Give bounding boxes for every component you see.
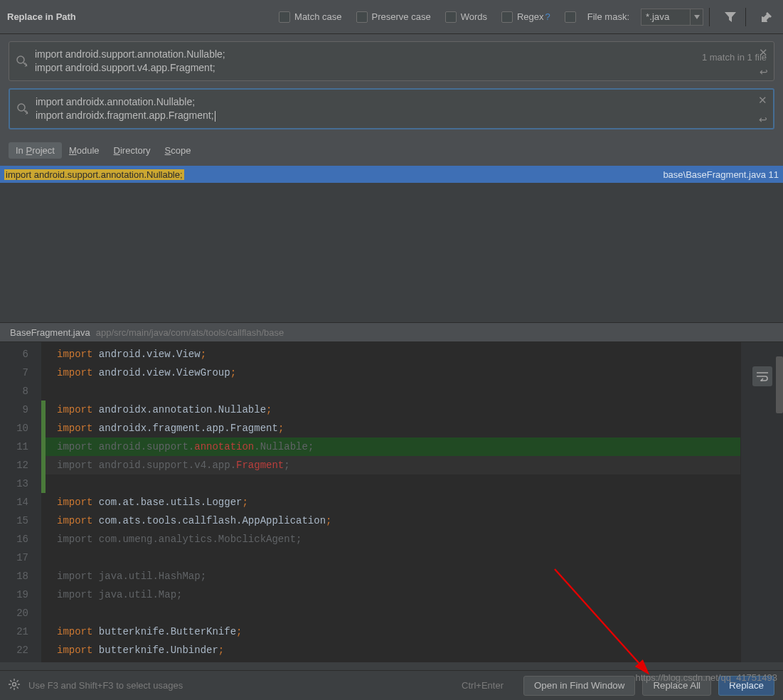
svg-point-4 bbox=[13, 683, 16, 686]
code-area[interactable]: import android.view.View;import android.… bbox=[46, 342, 740, 662]
clear-replace-icon[interactable]: ✕ bbox=[758, 94, 767, 107]
svg-point-2 bbox=[18, 104, 25, 111]
checkbox-box bbox=[356, 11, 368, 23]
checkbox-box bbox=[445, 11, 457, 23]
search-input[interactable]: import android.support.annotation.Nullab… bbox=[9, 41, 774, 81]
scrollbar-thumb[interactable] bbox=[776, 356, 783, 413]
pin-icon[interactable] bbox=[757, 8, 776, 26]
tab-module[interactable]: Module bbox=[62, 142, 107, 159]
preview-filename: BaseFragment.java bbox=[10, 327, 90, 338]
regex-help-icon[interactable]: ? bbox=[545, 11, 550, 22]
chevron-down-icon bbox=[694, 15, 700, 19]
tab-scope[interactable]: Scope bbox=[158, 142, 198, 159]
search-panel: import android.support.annotation.Nullab… bbox=[0, 34, 783, 81]
divider bbox=[709, 8, 710, 26]
replace-input[interactable]: import androidx.annotation.Nullable; imp… bbox=[9, 88, 774, 129]
right-gutter bbox=[740, 342, 783, 662]
match-case-label: Match case bbox=[294, 11, 341, 22]
regex-label: Regex bbox=[517, 11, 544, 22]
tab-in-project[interactable]: In Project bbox=[9, 142, 62, 159]
preserve-case-checkbox[interactable]: Preserve case bbox=[356, 11, 431, 23]
code-preview: 678910111213141516171819202122 import an… bbox=[0, 342, 783, 662]
checkbox-box bbox=[501, 11, 513, 23]
preview-header: BaseFragment.java app/src/main/java/com/… bbox=[0, 322, 783, 342]
search-icon bbox=[10, 90, 36, 128]
file-mask-label: File mask: bbox=[587, 11, 629, 22]
result-row[interactable]: import android.support.annotation.Nullab… bbox=[0, 166, 783, 183]
tab-directory[interactable]: Directory bbox=[107, 142, 158, 159]
checkbox-box bbox=[565, 11, 576, 23]
newline-icon[interactable]: ↩ bbox=[759, 114, 767, 125]
footer-hint: Use F3 and Shift+F3 to select usages bbox=[28, 680, 183, 691]
clear-search-icon[interactable]: ✕ bbox=[759, 46, 768, 59]
search-text: import android.support.annotation.Nullab… bbox=[35, 42, 702, 80]
shortcut-label: Ctrl+Enter bbox=[462, 680, 504, 691]
match-count: 1 match in 1 file bbox=[702, 52, 767, 63]
match-case-checkbox[interactable]: Match case bbox=[279, 11, 341, 23]
checkbox-box bbox=[279, 11, 290, 23]
words-checkbox[interactable]: Words bbox=[445, 11, 487, 23]
scope-tabs: In Project Module Directory Scope bbox=[0, 137, 783, 166]
line-gutter: 678910111213141516171819202122 bbox=[0, 342, 41, 662]
soft-wrap-icon[interactable] bbox=[752, 366, 772, 386]
search-icon bbox=[9, 42, 35, 80]
filter-icon[interactable] bbox=[721, 8, 740, 26]
replace-panel: import androidx.annotation.Nullable; imp… bbox=[0, 81, 783, 137]
result-file-path: base\BaseFragment.java 11 bbox=[663, 169, 779, 180]
svg-point-0 bbox=[17, 56, 24, 63]
results-empty-area bbox=[0, 183, 783, 322]
dialog-title: Replace in Path bbox=[7, 11, 76, 22]
words-label: Words bbox=[461, 11, 487, 22]
preserve-case-label: Preserve case bbox=[372, 11, 431, 22]
gear-icon[interactable] bbox=[9, 679, 20, 692]
result-match-text: import android.support.annotation.Nullab… bbox=[4, 169, 184, 180]
preview-path: app/src/main/java/com/ats/tools/callflas… bbox=[96, 327, 284, 338]
replace-text: import androidx.annotation.Nullable; imp… bbox=[36, 90, 773, 128]
file-mask-checkbox[interactable]: File mask: bbox=[565, 11, 629, 23]
divider bbox=[745, 8, 746, 26]
newline-icon[interactable]: ↩ bbox=[760, 66, 768, 78]
open-in-find-window-button[interactable]: Open in Find Window bbox=[523, 676, 635, 696]
file-mask-input[interactable] bbox=[641, 9, 691, 26]
regex-checkbox[interactable]: Regex ? bbox=[501, 11, 550, 23]
file-mask-dropdown[interactable] bbox=[691, 9, 703, 26]
dialog-header: Replace in Path Match case Preserve case… bbox=[0, 0, 783, 34]
watermark: https://blog.csdn.net/qq_41751493 bbox=[636, 672, 778, 683]
